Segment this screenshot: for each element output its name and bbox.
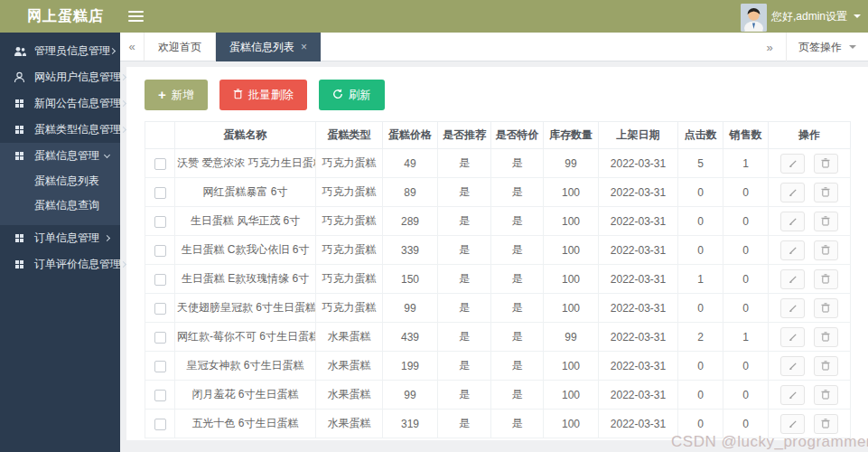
cell-actions <box>769 236 851 265</box>
row-checkbox[interactable] <box>154 158 166 170</box>
row-checkbox[interactable] <box>154 390 166 401</box>
sidebar-item-site-users[interactable]: 网站用户信息管理 <box>0 64 120 90</box>
close-icon[interactable]: × <box>301 42 307 52</box>
sidebar-item-label: 订单评价信息管理 <box>34 257 121 272</box>
add-button[interactable]: + 新增 <box>145 80 208 110</box>
sidebar-item-order-reviews[interactable]: 订单评价信息管理 <box>0 251 120 278</box>
cell-stock: 99 <box>544 149 599 178</box>
toolbar: + 新增 批量删除 <box>145 80 868 110</box>
cell-sales: 0 <box>723 265 769 294</box>
delete-button[interactable] <box>814 414 838 434</box>
cell-shelf-date: 2022-03-31 <box>599 207 678 236</box>
cell-clicks: 2 <box>678 323 723 352</box>
delete-button[interactable] <box>814 183 838 202</box>
row-checkbox[interactable] <box>154 361 166 372</box>
cell-shelf-date: 2022-03-31 <box>599 236 678 265</box>
tab-operations-menu[interactable]: 页签操作 <box>786 33 868 61</box>
cell-cake-price: 99 <box>383 294 438 323</box>
cell-special: 是 <box>491 323 544 352</box>
edit-button[interactable] <box>780 212 805 231</box>
sidebar-subitem-cake-list[interactable]: 蛋糕信息列表 <box>0 169 120 193</box>
cell-sales: 0 <box>723 178 769 207</box>
sidebar-item-cake-types[interactable]: 蛋糕类型信息管理 <box>0 117 120 143</box>
sidebar-item-admin-info[interactable]: 管理员信息管理 <box>0 38 120 64</box>
sidebar-item-news[interactable]: 新闻公告信息管理 <box>0 90 120 117</box>
cell-clicks: 0 <box>678 352 723 381</box>
cell-stock: 99 <box>544 323 599 352</box>
refresh-button[interactable]: 刷新 <box>319 80 385 110</box>
delete-button[interactable] <box>814 154 838 174</box>
add-button-label: 新增 <box>172 88 194 103</box>
tab-label: 欢迎首页 <box>158 33 201 61</box>
header-recommended: 是否推荐 <box>438 122 491 149</box>
row-checkbox-cell <box>145 381 175 410</box>
row-checkbox[interactable] <box>154 187 166 199</box>
cell-cake-price: 150 <box>383 265 438 294</box>
cell-recommended: 是 <box>438 265 491 294</box>
row-checkbox[interactable] <box>154 332 166 344</box>
cell-shelf-date: 2022-03-31 <box>599 381 678 410</box>
cell-stock: 100 <box>544 294 599 323</box>
tab-operations-label: 页签操作 <box>798 40 842 55</box>
chevron-down-icon <box>849 45 856 49</box>
edit-button[interactable] <box>780 183 805 202</box>
app-title: 网上蛋糕店 <box>27 0 104 33</box>
grid-icon <box>13 260 26 268</box>
batch-delete-label: 批量删除 <box>248 88 294 103</box>
watermark: CSDN @lucky_programmer <box>671 433 868 451</box>
hamburger-menu-icon[interactable] <box>128 11 144 24</box>
tabs-scroll-right-icon[interactable]: » <box>753 33 786 61</box>
edit-button[interactable] <box>780 269 805 289</box>
users-icon <box>13 46 26 57</box>
delete-button[interactable] <box>814 212 838 231</box>
cell-stock: 100 <box>544 352 599 381</box>
edit-button[interactable] <box>780 385 805 405</box>
edit-button[interactable] <box>780 240 805 260</box>
delete-button[interactable] <box>814 356 838 376</box>
tabs-scroll-left-icon[interactable]: « <box>120 33 145 61</box>
row-checkbox[interactable] <box>154 303 166 315</box>
cell-recommended: 是 <box>438 323 491 352</box>
cell-cake-type: 水果蛋糕 <box>316 381 383 410</box>
sidebar-item-orders[interactable]: 订单信息管理 <box>0 225 120 251</box>
delete-button[interactable] <box>814 269 838 289</box>
cell-stock: 100 <box>544 207 599 236</box>
delete-button[interactable] <box>814 385 838 405</box>
row-checkbox[interactable] <box>154 245 166 257</box>
header-shelf-date: 上架日期 <box>599 122 678 149</box>
edit-button[interactable] <box>780 414 805 434</box>
chevron-down-icon <box>854 14 861 18</box>
cell-sales: 1 <box>723 149 769 178</box>
table-header-row: 蛋糕名称 蛋糕类型 蛋糕价格 是否推荐 是否特价 库存数量 上架日期 点击数 销… <box>145 122 851 149</box>
edit-button[interactable] <box>780 154 805 174</box>
row-checkbox[interactable] <box>154 274 166 286</box>
delete-button[interactable] <box>814 240 838 260</box>
cell-recommended: 是 <box>438 381 491 410</box>
delete-button[interactable] <box>814 298 838 318</box>
row-checkbox[interactable] <box>154 216 166 228</box>
delete-button[interactable] <box>814 327 838 347</box>
tab-cake-list[interactable]: 蛋糕信息列表 × <box>216 33 321 61</box>
cell-shelf-date: 2022-03-31 <box>599 323 678 352</box>
cell-cake-price: 199 <box>383 352 438 381</box>
cell-clicks: 0 <box>678 294 723 323</box>
cell-cake-type: 巧克力蛋糕 <box>316 236 383 265</box>
row-checkbox-cell <box>145 410 175 438</box>
sidebar-subitem-cake-query[interactable]: 蛋糕信息查询 <box>0 193 120 218</box>
table-row: 皇冠女神款 6寸生日蛋糕 水果蛋糕 199 是 是 100 2022-03-31… <box>145 352 851 381</box>
cell-clicks: 1 <box>678 265 723 294</box>
edit-button[interactable] <box>780 298 805 318</box>
header-special: 是否特价 <box>491 122 544 149</box>
cell-special: 是 <box>491 149 544 178</box>
batch-delete-button[interactable]: 批量删除 <box>219 80 307 110</box>
table-row: 天使翅膀皇冠款 6寸生日蛋糕 巧克力蛋糕 99 是 是 100 2022-03-… <box>145 294 851 323</box>
tab-welcome[interactable]: 欢迎首页 <box>145 33 216 61</box>
sidebar-item-cake-info[interactable]: 蛋糕信息管理 <box>0 143 120 169</box>
cell-sales: 0 <box>723 352 769 381</box>
row-checkbox[interactable] <box>154 419 166 430</box>
user-menu[interactable]: 您好,admin设置 <box>741 0 861 33</box>
edit-button[interactable] <box>780 327 805 347</box>
edit-button[interactable] <box>780 356 805 376</box>
cell-clicks: 5 <box>678 149 723 178</box>
cell-special: 是 <box>491 178 544 207</box>
